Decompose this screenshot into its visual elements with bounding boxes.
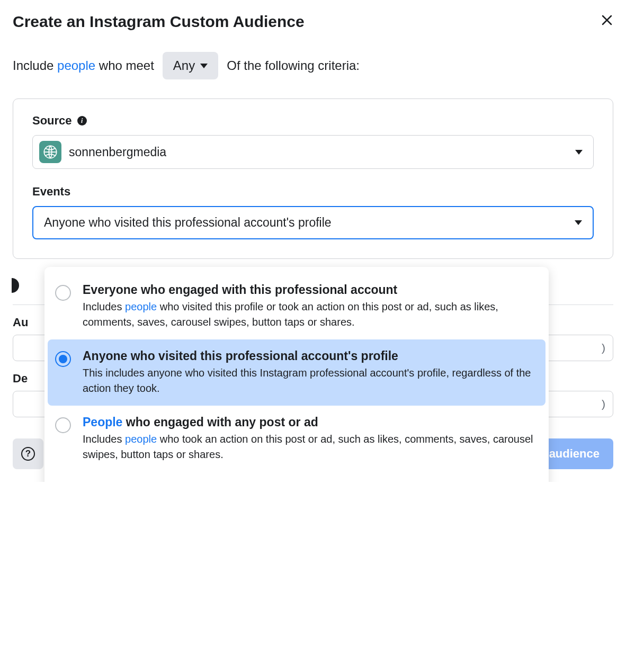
partial-icon	[12, 278, 19, 293]
chevron-down-icon	[575, 220, 582, 225]
events-dropdown[interactable]: Anyone who visited this professional acc…	[32, 206, 594, 239]
info-icon[interactable]: i	[77, 116, 87, 126]
people-link[interactable]: people	[57, 58, 95, 73]
event-option-engaged-post-ad[interactable]: People who engaged with any post or ad I…	[44, 406, 549, 472]
chevron-down-icon	[575, 150, 583, 155]
include-criteria-row: Include people who meet Any Of the follo…	[13, 52, 613, 79]
events-value: Anyone who visited this professional acc…	[44, 216, 332, 230]
event-option-sent-message[interactable]: People who sent a message to this profes…	[44, 472, 549, 482]
source-label: Source i	[32, 114, 594, 128]
radio-icon	[55, 285, 71, 301]
close-icon	[601, 14, 613, 26]
source-value: sonnenbergmedia	[69, 145, 166, 159]
events-options-panel: Everyone who engaged with this professio…	[44, 267, 549, 482]
criteria-card: Source i sonnenbergmedia Events Anyone w…	[13, 98, 613, 259]
match-mode-dropdown[interactable]: Any	[163, 52, 218, 79]
match-mode-value: Any	[173, 58, 195, 73]
option-description: Includes people who visited this profile…	[83, 299, 536, 330]
option-description: This includes anyone who visited this In…	[83, 365, 536, 396]
radio-icon	[55, 351, 71, 367]
source-dropdown[interactable]: sonnenbergmedia	[32, 135, 594, 169]
option-title: Anyone who visited this professional acc…	[83, 349, 536, 363]
include-text: Include people who meet	[13, 58, 154, 73]
events-label: Events	[32, 185, 594, 199]
option-description: Includes people who took an action on th…	[83, 432, 536, 462]
event-option-visited-profile[interactable]: Anyone who visited this professional acc…	[48, 339, 545, 406]
include-suffix: Of the following criteria:	[227, 58, 360, 73]
event-option-everyone-engaged[interactable]: Everyone who engaged with this professio…	[44, 273, 549, 339]
help-button[interactable]: ?	[13, 438, 43, 469]
instagram-account-icon	[39, 141, 61, 163]
radio-icon	[55, 417, 71, 433]
option-title: People who engaged with any post or ad	[83, 415, 536, 429]
chevron-down-icon	[200, 64, 208, 68]
option-title: Everyone who engaged with this professio…	[83, 283, 536, 297]
close-button[interactable]	[601, 14, 613, 30]
option-title: People who sent a message to this profes…	[83, 481, 536, 482]
page-title: Create an Instagram Custom Audience	[13, 13, 305, 31]
help-icon: ?	[21, 447, 35, 461]
